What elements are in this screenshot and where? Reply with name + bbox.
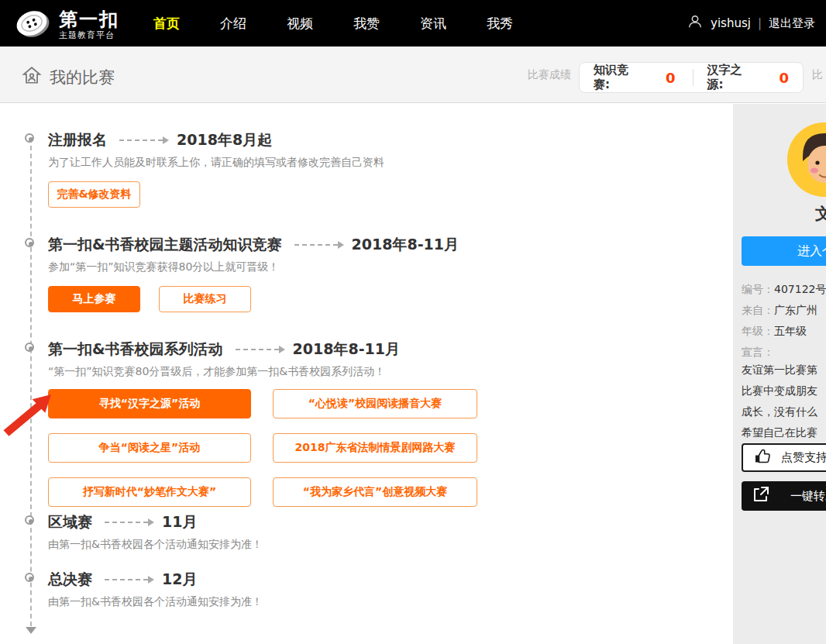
thumbs-up-icon xyxy=(753,447,772,469)
main-nav: 首页 介绍 视频 我赞 资讯 我秀 xyxy=(153,0,513,46)
item-desc: 由第一扣&书香校园各个活动通知安排为准！ xyxy=(48,538,715,552)
timeline-end-arrow-icon xyxy=(26,627,36,634)
item-date: 11月 xyxy=(162,512,197,532)
annotation-arrow-icon xyxy=(2,388,57,443)
legal-drama-contest-button[interactable]: 2018广东省法制情景剧网路大赛 xyxy=(273,433,477,463)
timeline-item-final: 总决赛 12月 由第一扣&书香校园各个活动通知安排为准！ xyxy=(48,570,715,609)
nav-item-likes[interactable]: 我赞 xyxy=(353,15,380,33)
enter-center-button[interactable]: 进入个 xyxy=(742,236,826,266)
timeline-node-icon xyxy=(25,238,34,247)
button-disc-icon xyxy=(12,5,51,45)
home-contest-icon xyxy=(22,65,42,89)
timeline-item-register: 注册报名 2018年8月起 为了让工作人员能及时联系上你，请正确的填写或者修改完… xyxy=(48,130,715,208)
reading-broadcast-contest-button[interactable]: “心悦读”校园阅读播音大赛 xyxy=(273,389,477,418)
score-label-quiz: 知识竞赛: xyxy=(594,63,633,92)
top-navbar: 第一扣 主题教育平台 首页 介绍 视频 我赞 资讯 我秀 yishusj | 退… xyxy=(0,0,826,46)
item-date: 2018年8-11月 xyxy=(293,339,400,360)
dashed-arrow-icon xyxy=(119,136,169,144)
essay-contest-button[interactable]: 抒写新时代“妙笔作文大赛” xyxy=(48,477,251,507)
item-date: 12月 xyxy=(162,570,197,590)
timeline-node-icon xyxy=(25,133,34,143)
user-avatar xyxy=(787,122,826,197)
timeline-node-icon xyxy=(25,573,34,582)
practice-button[interactable]: 比赛练习 xyxy=(159,286,251,312)
timeline-panel: 注册报名 2018年8月起 为了让工作人员能及时联系上你，请正确的填写或者修改完… xyxy=(0,103,731,644)
page-title: 我的比赛 xyxy=(50,67,115,88)
item-desc: 参加“第一扣”知识竞赛获得80分以上就可晋级！ xyxy=(48,260,715,274)
hanzi-origin-activity-button[interactable]: 寻找“汉字之源”活动 xyxy=(48,389,251,418)
user-name: 文 xyxy=(815,203,826,225)
dashed-arrow-icon xyxy=(105,518,154,526)
nav-user-area: yishusj | 退出登录 xyxy=(687,0,815,46)
score-value-quiz: 0 xyxy=(666,70,676,86)
clipped-right-label: 比 xyxy=(812,68,823,82)
score-box: 知识竞赛: 0 汉字之源: 0 xyxy=(579,62,804,93)
page-title-group: 我的比赛 xyxy=(22,65,115,89)
hometown-video-contest-button[interactable]: “我为家乡代言”创意视频大赛 xyxy=(273,477,477,507)
scores-caption: 比赛成绩 xyxy=(528,68,571,82)
nav-item-intro[interactable]: 介绍 xyxy=(220,15,246,33)
user-icon xyxy=(687,13,704,33)
logout-link[interactable]: 退出登录 xyxy=(769,16,815,31)
item-title: 第一扣&书香校园系列活动 xyxy=(48,339,223,360)
share-forward-button[interactable]: 一键转发 xyxy=(742,481,826,511)
like-support-label: 点赞支持 xyxy=(781,450,826,465)
timeline-item-quiz: 第一扣&书香校园主题活动知识竞赛 2018年8-11月 参加“第一扣”知识竞赛获… xyxy=(48,235,715,312)
nav-item-video[interactable]: 视频 xyxy=(287,15,313,33)
nav-divider: | xyxy=(758,16,762,30)
nav-item-show[interactable]: 我秀 xyxy=(487,15,513,33)
item-date: 2018年8-11月 xyxy=(352,235,459,255)
item-date: 2018年8月起 xyxy=(177,130,272,150)
item-desc: 由第一扣&书香校园各个活动通知安排为准！ xyxy=(48,595,715,609)
reading-star-activity-button[interactable]: 争当“阅读之星”活动 xyxy=(48,433,251,463)
logo-subtitle: 主题教育平台 xyxy=(59,29,119,41)
dashed-arrow-icon xyxy=(294,241,344,249)
timeline-item-regional: 区域赛 11月 由第一扣&书香校园各个活动通知安排为准！ xyxy=(48,512,715,552)
site-logo[interactable]: 第一扣 主题教育平台 xyxy=(12,5,119,45)
info-row-id: 编号： 407122号 xyxy=(742,279,826,300)
join-now-button[interactable]: 马上参赛 xyxy=(48,286,140,312)
score-value-hanzi: 0 xyxy=(779,70,789,86)
page: 第一扣 主题教育平台 首页 介绍 视频 我赞 资讯 我秀 yishusj | 退… xyxy=(0,0,826,644)
user-info-list: 编号： 407122号 来自： 广东广州 年级： 五年级 宣言： xyxy=(742,279,826,363)
timeline-item-series: 第一扣&书香校园系列活动 2018年8-11月 “第一扣”知识竞赛80分晋级后，… xyxy=(48,339,715,507)
logo-title: 第一扣 xyxy=(59,9,119,29)
item-desc: 为了让工作人员能及时联系上你，请正确的填写或者修改完善自己资料 xyxy=(48,156,715,170)
like-support-button[interactable]: 点赞支持 xyxy=(742,443,826,472)
score-divider xyxy=(693,69,693,86)
timeline-node-icon xyxy=(25,515,34,525)
item-title: 第一扣&书香校园主题活动知识竞赛 xyxy=(48,235,282,255)
edit-profile-button[interactable]: 完善&修改资料 xyxy=(48,181,140,208)
item-title: 注册报名 xyxy=(48,130,107,150)
timeline-node-icon xyxy=(25,343,34,352)
score-label-hanzi: 汉字之源: xyxy=(707,63,746,92)
dashed-arrow-icon xyxy=(105,576,154,584)
nav-item-home[interactable]: 首页 xyxy=(153,15,180,33)
page-header: 我的比赛 比赛成绩 知识竞赛: 0 汉字之源: 0 比 xyxy=(0,46,826,103)
info-row-grade: 年级： 五年级 xyxy=(742,321,826,342)
share-icon xyxy=(752,485,770,507)
share-forward-label: 一键转发 xyxy=(790,489,826,504)
profile-sidebar: 文 进入个 编号： 407122号 来自： 广东广州 年级： 五年级 宣言： 友… xyxy=(733,104,826,644)
nav-item-news[interactable]: 资讯 xyxy=(420,15,446,33)
item-title: 总决赛 xyxy=(48,570,92,590)
timeline-dashed-line xyxy=(30,138,32,626)
info-row-from: 来自： 广东广州 xyxy=(742,300,826,321)
item-title: 区域赛 xyxy=(48,512,92,532)
username[interactable]: yishusj xyxy=(711,16,751,30)
item-desc: “第一扣”知识竞赛80分晋级后，才能参加第一扣&书香校园系列活动！ xyxy=(48,365,715,379)
motto-text: 友谊第一比赛第 比赛中变成朋友 成长，没有什么 希望自己在比赛 xyxy=(742,360,817,443)
dashed-arrow-icon xyxy=(236,346,285,353)
